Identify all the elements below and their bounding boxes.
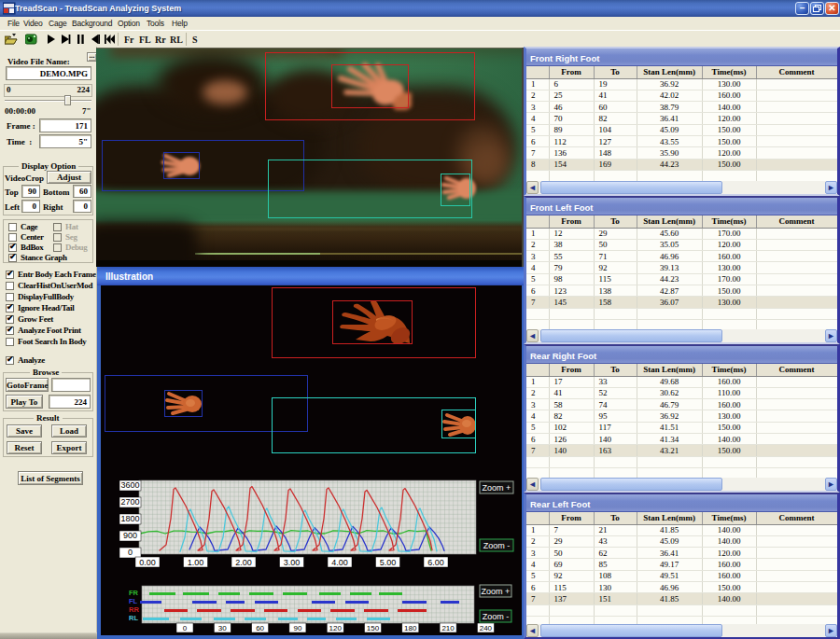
svg-text:900: 900 bbox=[123, 531, 137, 540]
svg-text:30: 30 bbox=[218, 624, 227, 632]
svg-text:FL: FL bbox=[129, 597, 138, 605]
svg-text:Zoom +: Zoom + bbox=[483, 483, 511, 493]
svg-text:210: 210 bbox=[441, 624, 455, 632]
svg-text:3600: 3600 bbox=[120, 480, 139, 490]
svg-text:6.00: 6.00 bbox=[427, 558, 444, 567]
svg-text:RL: RL bbox=[129, 614, 138, 622]
svg-text:120: 120 bbox=[329, 624, 343, 632]
svg-text:FR: FR bbox=[129, 589, 139, 597]
svg-text:0: 0 bbox=[128, 548, 133, 557]
svg-text:5.00: 5.00 bbox=[380, 558, 397, 567]
svg-text:3.00: 3.00 bbox=[284, 558, 301, 567]
svg-text:60: 60 bbox=[256, 624, 264, 632]
svg-text:Zoom -: Zoom - bbox=[483, 612, 510, 621]
svg-text:240: 240 bbox=[480, 624, 493, 632]
svg-text:180: 180 bbox=[404, 624, 417, 632]
svg-text:4.00: 4.00 bbox=[331, 558, 348, 567]
svg-text:Zoom +: Zoom + bbox=[482, 587, 511, 596]
svg-text:1.00: 1.00 bbox=[188, 558, 204, 567]
svg-text:RR: RR bbox=[129, 605, 139, 614]
svg-text:Zoom -: Zoom - bbox=[483, 541, 511, 550]
svg-text:2700: 2700 bbox=[120, 497, 139, 507]
svg-text:1800: 1800 bbox=[120, 514, 139, 523]
svg-text:90: 90 bbox=[293, 624, 301, 632]
svg-text:0: 0 bbox=[183, 624, 188, 632]
svg-text:2.00: 2.00 bbox=[235, 558, 252, 567]
svg-text:0.00: 0.00 bbox=[139, 558, 156, 567]
svg-text:150: 150 bbox=[367, 624, 380, 632]
